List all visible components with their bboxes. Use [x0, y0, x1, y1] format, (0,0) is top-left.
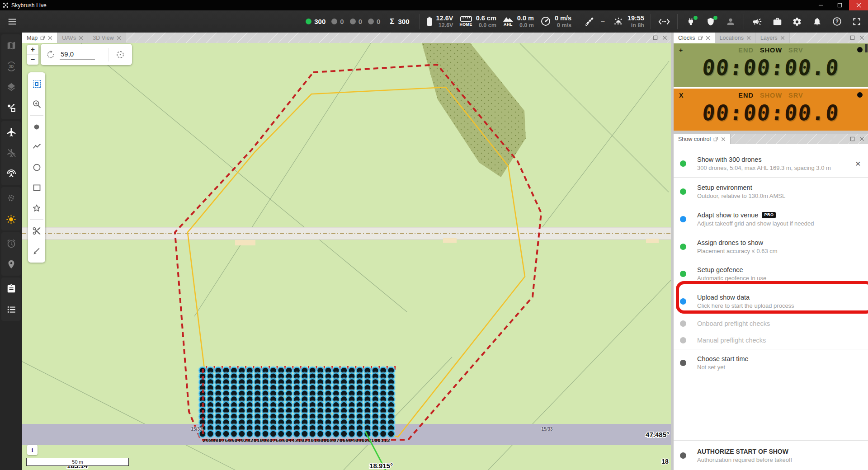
- scrollbar-thumb[interactable]: [865, 44, 868, 52]
- show-step-show-with-300-drones[interactable]: Show with 300 drones300 drones, 5:04, ma…: [674, 150, 868, 178]
- draw-path-tool-button[interactable]: [28, 137, 45, 157]
- authorize-start-button[interactable]: AUTHORIZE START OF SHOW Authorization re…: [674, 440, 868, 470]
- fit-view-button[interactable]: [108, 50, 132, 60]
- map-info-button[interactable]: i: [27, 445, 38, 455]
- close-tab-icon[interactable]: [117, 36, 121, 40]
- fullscreen-button[interactable]: [850, 15, 863, 28]
- drone-status-counts: 300 0 0 0 Σ300: [306, 17, 411, 26]
- draw-circle-tool-button[interactable]: [28, 157, 45, 178]
- close-tab-icon[interactable]: [48, 36, 52, 40]
- status-dot: [680, 216, 686, 222]
- close-button[interactable]: [849, 0, 868, 10]
- show-step-adapt-show-to-venue[interactable]: Adapt show to venuePROAdjust takeoff gri…: [674, 205, 868, 233]
- clock-status-dot: [857, 47, 863, 52]
- show-step-assign-drones-to-show[interactable]: Assign drones to showPlacement accuracy …: [674, 233, 868, 260]
- broadcast-button[interactable]: [750, 15, 764, 28]
- draw-rectangle-tool-button[interactable]: [28, 178, 45, 198]
- popout-icon[interactable]: [40, 35, 45, 40]
- settings-button[interactable]: [790, 15, 804, 28]
- maximize-button[interactable]: [830, 0, 849, 10]
- maximize-panel-icon[interactable]: [850, 35, 855, 40]
- sidebar-item-locations[interactable]: [1, 254, 21, 275]
- show-step-setup-geofence[interactable]: Setup geofenceAutomatic geofence in use: [674, 260, 868, 287]
- daylight-status: 19:55in 8h: [613, 14, 644, 28]
- status-dot: [680, 188, 686, 195]
- sidebar-item-layers[interactable]: [1, 77, 21, 98]
- zoom-tool-button[interactable]: [28, 94, 45, 114]
- rotation-input[interactable]: 59,0: [60, 49, 95, 60]
- tab-uavs[interactable]: UAVs: [57, 33, 88, 43]
- tab-show-control[interactable]: Show control: [674, 134, 731, 144]
- edit-feature-tool-button[interactable]: [28, 241, 45, 261]
- green-status-dot: [306, 19, 311, 24]
- reset-rotation-icon[interactable]: [46, 50, 55, 59]
- sidebar-item-lights[interactable]: [1, 209, 21, 230]
- maximize-panel-icon[interactable]: [653, 35, 658, 40]
- notifications-button[interactable]: [810, 15, 824, 28]
- user-account-button[interactable]: [724, 15, 737, 28]
- popout-icon[interactable]: [713, 136, 718, 141]
- sidebar-item-uavs[interactable]: [1, 122, 21, 143]
- sidebar-item-clocks[interactable]: [1, 233, 21, 254]
- sidebar-item-show-control[interactable]: [1, 278, 21, 299]
- status-dot: [680, 337, 686, 343]
- clock-mode-labels: ENDSHOWSRV: [674, 47, 868, 54]
- server-connection-button[interactable]: [684, 15, 698, 28]
- module-sidebar: 3D: [0, 33, 22, 470]
- tab-layers[interactable]: Layers: [756, 33, 790, 43]
- draw-point-tool-button[interactable]: [28, 117, 45, 137]
- pro-badge: PRO: [762, 212, 776, 218]
- tab-3d-view[interactable]: 3D View: [88, 33, 126, 43]
- clock-mode-labels: ENDSHOWSRV: [674, 92, 868, 99]
- minimize-button[interactable]: [811, 0, 830, 10]
- speed-status: 0 m/s0 m/s: [540, 14, 571, 28]
- zoom-out-button[interactable]: −: [27, 55, 38, 65]
- sidebar-item-beacons[interactable]: [1, 188, 21, 209]
- draw-star-tool-button[interactable]: [28, 198, 45, 218]
- window-title: Skybrush Live: [11, 2, 47, 9]
- hamburger-menu-button[interactable]: [5, 14, 20, 29]
- sidebar-item-log[interactable]: [1, 299, 21, 320]
- log-icon: [6, 305, 16, 315]
- close-tab-icon[interactable]: [746, 36, 751, 40]
- tab-clocks[interactable]: Clocks: [674, 33, 715, 43]
- map-panel: Map UAVs 3D View: [22, 33, 671, 470]
- zoom-in-button[interactable]: +: [27, 45, 38, 55]
- help-button[interactable]: ?: [830, 15, 844, 28]
- toolbox-button[interactable]: [770, 15, 784, 28]
- bearing-label-bottom: 18.915°: [369, 462, 393, 470]
- close-tab-icon[interactable]: [79, 36, 83, 40]
- sidebar-item-rtk[interactable]: [1, 164, 21, 184]
- drone-takeoff-grid[interactable]: [198, 366, 396, 438]
- safety-ok-badge: [713, 16, 717, 20]
- close-panel-icon[interactable]: [859, 136, 864, 141]
- map-tabbar: Map UAVs 3D View: [22, 33, 671, 43]
- clock-time-display: 00:00:00.0: [672, 100, 868, 125]
- step-subtitle: Not set yet: [697, 364, 861, 371]
- show-step-choose-start-time[interactable]: Choose start timeNot set yet: [674, 349, 868, 376]
- show-step-setup-environment[interactable]: Setup environmentOutdoor, relative to 13…: [674, 178, 868, 205]
- sidebar-item-show[interactable]: [1, 98, 21, 118]
- safety-shield-button[interactable]: [704, 15, 717, 28]
- popout-icon[interactable]: [698, 35, 703, 40]
- sidebar-item-map[interactable]: [1, 35, 21, 56]
- home-label: HOME: [459, 23, 472, 27]
- close-panel-icon[interactable]: [662, 35, 667, 40]
- tab-locations[interactable]: Locations: [715, 33, 756, 43]
- map-canvas[interactable]: 2988807665049282010080766504431021010000…: [22, 43, 671, 470]
- tab-map[interactable]: Map: [22, 33, 57, 43]
- close-panel-icon[interactable]: [859, 35, 864, 40]
- select-tool-button[interactable]: [28, 74, 45, 94]
- console-icon[interactable]: [657, 15, 671, 28]
- close-tab-icon[interactable]: [780, 36, 785, 40]
- show-clock: + ENDSHOWSRV 00:00:00.0: [674, 43, 868, 87]
- show-step-upload-show-data[interactable]: Upload show dataClick here to start the …: [674, 287, 868, 316]
- gps-status: –: [585, 16, 607, 27]
- maximize-panel-icon[interactable]: [850, 136, 855, 141]
- dismiss-step-icon[interactable]: ×: [855, 158, 861, 169]
- sidebar-item-3d-view[interactable]: 3D: [1, 56, 21, 77]
- close-tab-icon[interactable]: [721, 137, 726, 141]
- cut-hole-tool-button[interactable]: [28, 221, 45, 241]
- sidebar-item-uavs-off[interactable]: [1, 143, 21, 164]
- close-tab-icon[interactable]: [706, 36, 710, 40]
